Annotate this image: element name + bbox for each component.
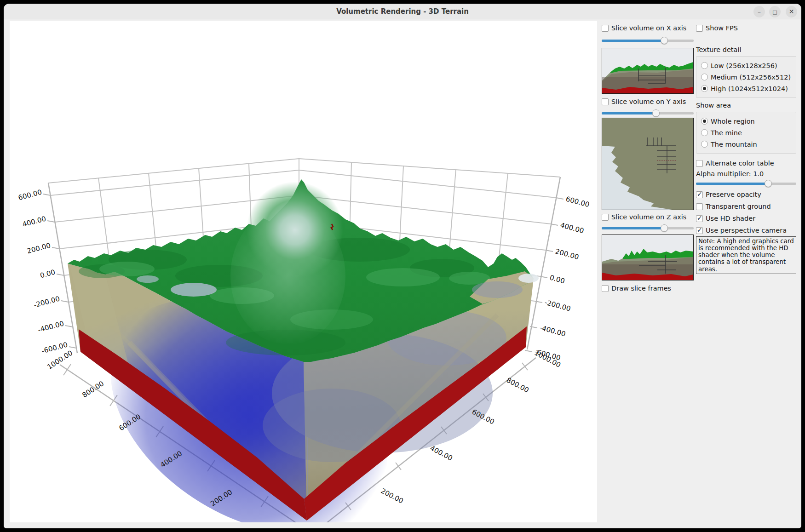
slice-z-checkbox[interactable] [602, 214, 609, 221]
slice-y-row: Slice volume on Y axis [602, 97, 694, 106]
slice-x-label: Slice volume on X axis [611, 24, 686, 32]
axis-tick-label: 200.00 [26, 241, 52, 255]
slice-x-row: Slice volume on X axis [602, 24, 694, 32]
slice-y-label: Slice volume on Y axis [611, 98, 686, 105]
app-window: Volumetric Rendering - 3D Terrain – □ ✕ [4, 4, 801, 528]
axis-tick-label: -400.00 [539, 323, 567, 338]
slice-z-slider[interactable] [602, 224, 694, 232]
texture-detail-radio-1[interactable] [701, 74, 708, 80]
show-area-option-label: The mine [711, 129, 742, 137]
axis-tick-label: 0.00 [39, 268, 56, 280]
show-area-label: Show area [696, 102, 796, 110]
axis-tick-label: 400.00 [559, 221, 585, 235]
alpha-multiplier-slider[interactable] [696, 180, 796, 187]
texture-detail-group: Low (256x128x256)Medium (512x256x512)Hig… [696, 56, 796, 98]
slice-y-slider-handle[interactable] [652, 109, 660, 117]
alpha-multiplier-label: Alpha multiplier: 1.0 [696, 170, 796, 178]
x-slice-preview [602, 48, 694, 94]
slice-y-slider[interactable] [602, 109, 694, 117]
use-hd-shader-checkbox[interactable] [696, 215, 703, 222]
show-fps-checkbox[interactable] [696, 25, 703, 32]
texture-detail-option-row: Medium (512x256x512) [701, 72, 791, 82]
draw-slice-frames-row: Draw slice frames [602, 284, 694, 292]
z-slice-preview [602, 235, 694, 280]
show-area-radio-2[interactable] [701, 141, 708, 148]
show-area-radio-1[interactable] [701, 129, 708, 136]
axis-tick-label: 0.00 [549, 273, 566, 285]
axis-tick-label: -200.00 [544, 298, 572, 313]
axis-tick-label: 800.00 [80, 379, 105, 400]
alternate-color-table-row: Alternate color table [696, 159, 796, 167]
draw-slice-frames-label: Draw slice frames [611, 285, 671, 292]
axis-tick-label: 200.00 [380, 486, 405, 505]
axis-tick-label: 800.00 [505, 376, 530, 395]
axis-tick-label: 200.00 [554, 247, 580, 261]
use-hd-shader-row: Use HD shader [696, 214, 796, 223]
slice-x-slider[interactable] [602, 37, 694, 44]
preserve-opacity-label: Preserve opacity [706, 191, 761, 198]
axis-tick-label: -200.00 [33, 294, 61, 309]
preserve-opacity-row: Preserve opacity [696, 190, 796, 199]
lake [137, 275, 159, 283]
texture-detail-option-row: Low (256x128x256) [701, 60, 791, 71]
texture-detail-option-label: High (1024x512x1024) [711, 85, 788, 92]
alternate-color-table-label: Alternate color table [706, 160, 774, 167]
alpha-multiplier-slider-handle[interactable] [765, 180, 772, 187]
show-area-option-row: The mine [701, 127, 791, 138]
slice-z-row: Slice volume on Z axis [602, 213, 694, 221]
texture-detail-label: Texture detail [696, 46, 796, 54]
alternate-color-table-checkbox[interactable] [696, 160, 703, 167]
texture-detail-option-row: High (1024x512x1024) [701, 83, 791, 94]
axis-tick-label: 600.00 [565, 194, 590, 209]
show-area-option-label: The mountain [711, 141, 757, 148]
show-area-option-label: Whole region [711, 118, 755, 125]
show-area-option-row: Whole region [701, 116, 791, 126]
show-area-group: Whole regionThe mineThe mountain [696, 112, 796, 154]
axis-tick-label: 600.00 [17, 188, 43, 202]
slice-x-checkbox[interactable] [602, 25, 609, 32]
y-slice-preview [602, 118, 694, 210]
show-area-radio-0[interactable] [701, 118, 708, 125]
lake [171, 283, 217, 297]
draw-slice-frames-checkbox[interactable] [602, 285, 609, 292]
show-area-option-row: The mountain [701, 139, 791, 149]
axis-tick-label: 400.00 [429, 444, 454, 463]
axis-tick-label: -400.00 [37, 319, 65, 334]
use-perspective-camera-checkbox[interactable] [696, 227, 703, 234]
slice-z-slider-handle[interactable] [661, 224, 668, 232]
title-bar[interactable]: Volumetric Rendering - 3D Terrain – □ ✕ [4, 4, 801, 19]
mountain-peak [247, 182, 343, 278]
transparent-ground-label: Transparent ground [706, 203, 771, 210]
show-fps-label: Show FPS [706, 24, 738, 32]
transparent-ground-row: Transparent ground [696, 202, 796, 211]
window-title: Volumetric Rendering - 3D Terrain [4, 7, 801, 16]
preserve-opacity-checkbox[interactable] [696, 191, 703, 198]
close-button[interactable]: ✕ [786, 6, 797, 17]
transparent-ground-checkbox[interactable] [696, 203, 703, 210]
texture-detail-option-label: Low (256x128x256) [711, 62, 777, 69]
use-perspective-camera-label: Use perspective camera [706, 227, 787, 234]
show-fps-row: Show FPS [696, 24, 796, 32]
texture-detail-radio-2[interactable] [701, 85, 708, 92]
slice-z-label: Slice volume on Z axis [611, 213, 686, 221]
texture-detail-radio-0[interactable] [701, 62, 708, 69]
minimize-button[interactable]: – [753, 6, 765, 17]
axis-tick-label: 400.00 [22, 214, 47, 229]
hd-shader-note: Note: A high end graphics card is recomm… [696, 236, 796, 274]
maximize-button[interactable]: □ [769, 6, 781, 17]
slice-y-checkbox[interactable] [602, 98, 609, 105]
terrain-3d-chart[interactable]: 600.00400.00200.000.00-200.00-400.00-600… [10, 21, 597, 522]
use-hd-shader-label: Use HD shader [706, 215, 755, 222]
slice-x-slider-handle[interactable] [661, 37, 668, 44]
texture-detail-option-label: Medium (512x256x512) [711, 74, 791, 81]
use-perspective-camera-row: Use perspective camera [696, 226, 796, 235]
